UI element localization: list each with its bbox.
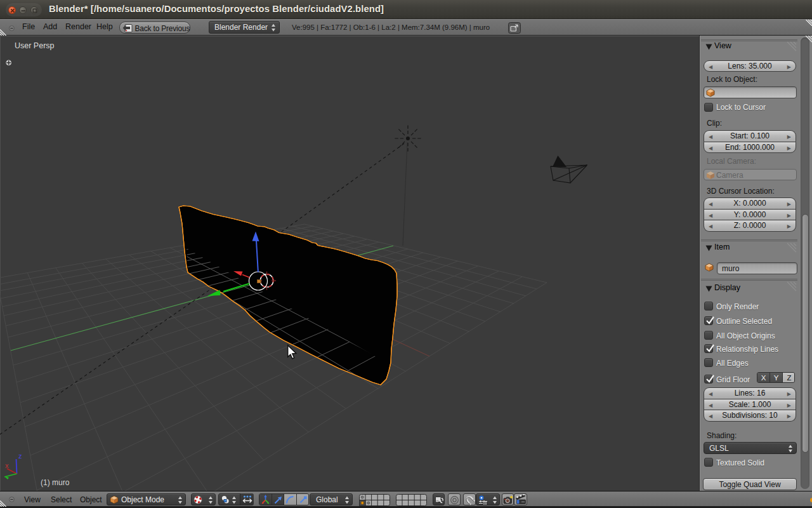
svg-text:User Persp: User Persp: [15, 41, 55, 50]
svg-text:z: z: [18, 452, 22, 460]
svg-text:x: x: [5, 462, 9, 469]
svg-text:(1) muro: (1) muro: [41, 478, 70, 487]
